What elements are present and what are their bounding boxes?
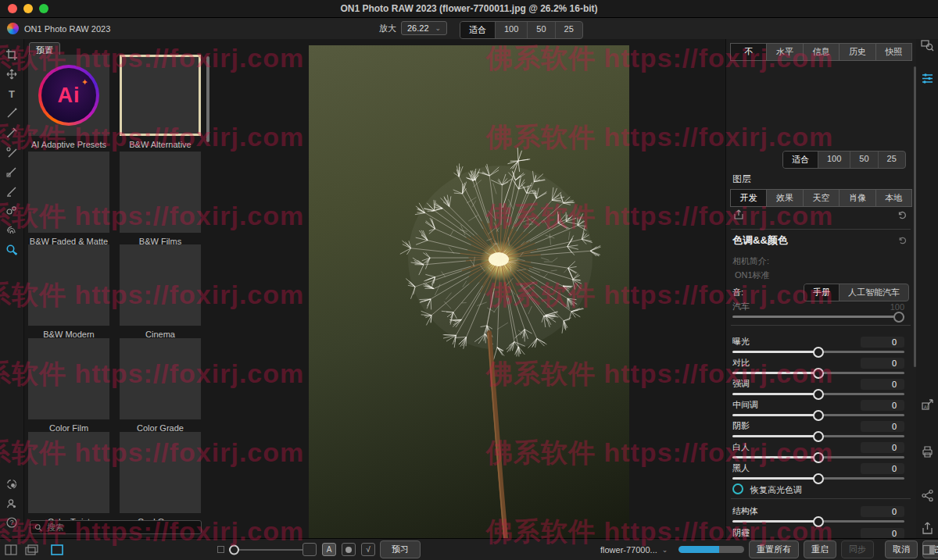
zoom-25-button[interactable]: 25 (555, 22, 582, 38)
manual-mode-button[interactable]: 手册 (804, 284, 839, 301)
recover-highlights-row[interactable]: 恢复高光色调 (732, 483, 802, 496)
compare-windows-icon[interactable] (25, 544, 38, 555)
move-tool-icon[interactable] (5, 68, 18, 80)
slider-knob[interactable] (813, 368, 824, 379)
current-filename[interactable]: flower-77000... (600, 545, 657, 555)
slider-knob[interactable] (813, 431, 824, 442)
slider-value[interactable]: 0 (861, 506, 904, 517)
reset-section-icon[interactable] (897, 235, 908, 245)
preset-tile-cinema[interactable]: Cinema (120, 244, 201, 339)
compare-toggle-icon[interactable] (217, 546, 224, 553)
tab-local[interactable]: 本地 (875, 189, 912, 207)
auto-slider[interactable]: 汽车 100 (732, 301, 904, 322)
zoom-50-button[interactable]: 50 (527, 22, 554, 38)
slider-knob[interactable] (813, 389, 824, 400)
reset-pane-icon[interactable] (897, 209, 908, 220)
slider-knob[interactable] (813, 347, 824, 358)
auto-view-icon[interactable]: A (322, 543, 336, 556)
tab-none[interactable]: 不 (730, 43, 767, 61)
slider-exposure[interactable]: 曝光0 (732, 336, 904, 357)
tab-develop[interactable]: 开发 (730, 189, 767, 207)
slider-value[interactable]: 0 (861, 358, 904, 369)
slider-highlights[interactable]: 强调0 (732, 378, 904, 399)
layers-label[interactable]: 图层 (732, 173, 751, 186)
search-input[interactable] (45, 522, 197, 533)
zoom-100-button[interactable]: 100 (495, 22, 527, 38)
slider-contrast[interactable]: 对比0 (732, 357, 904, 378)
slider-value[interactable]: 0 (861, 442, 904, 453)
slider-haze[interactable]: 阴霾0 (732, 527, 904, 539)
recover-highlights-radio-icon[interactable] (732, 483, 743, 494)
chevron-down-icon[interactable]: ⌄ (662, 546, 668, 554)
preset-tile-color-twist[interactable]: Color Twist (28, 432, 109, 526)
thumbnail-size-slider[interactable] (231, 549, 303, 551)
tab-snapshots[interactable]: 快照 (875, 43, 912, 61)
slider-value[interactable]: 0 (861, 337, 904, 348)
tab-info[interactable]: 信息 (803, 43, 840, 61)
canvas-area[interactable] (211, 39, 725, 539)
preset-tile-bw-alternative[interactable]: B&W Alternative (120, 55, 201, 149)
account-icon[interactable] (5, 498, 18, 510)
presets-scrollbar[interactable] (206, 56, 209, 142)
slider-knob[interactable] (229, 544, 239, 555)
slider-value[interactable]: 0 (861, 421, 904, 432)
edit-brush-tool-icon[interactable] (5, 107, 18, 119)
slider-knob[interactable] (893, 312, 904, 323)
reset-all-button[interactable]: 重置所有 (749, 540, 799, 558)
slider-shadows[interactable]: 阴影0 (732, 420, 904, 441)
text-tool-icon[interactable]: T (5, 87, 18, 100)
browse-panes-icon[interactable] (5, 544, 17, 555)
view-zoom-tool-icon[interactable] (5, 244, 18, 256)
detail-view-icon[interactable] (51, 544, 63, 555)
slider-knob[interactable] (813, 410, 824, 421)
slider-structure[interactable]: 结构体0 (732, 505, 904, 526)
preset-tile-cool-ocean[interactable]: Cool Ocean (120, 432, 201, 526)
settings-icon[interactable] (5, 478, 18, 490)
edit-sliders-icon[interactable] (921, 72, 934, 85)
preset-tile-ai-adaptive[interactable]: Ai ✦ AI Adaptive Presets (28, 55, 109, 149)
refine-brush-tool-icon[interactable] (5, 185, 18, 198)
navigator-icon[interactable] (921, 39, 934, 52)
help-icon[interactable]: ? (5, 516, 18, 529)
crop-tool-icon[interactable] (5, 48, 18, 61)
ai-resize-icon[interactable]: AI (921, 398, 934, 412)
applied-view-icon[interactable]: √ (361, 543, 375, 556)
preset-search[interactable] (30, 520, 202, 534)
clone-stamp-tool-icon[interactable] (5, 205, 18, 217)
panel-zoom-50-button[interactable]: 50 (850, 152, 877, 168)
slider-midtones[interactable]: 中间调0 (732, 399, 904, 420)
blur-finger-tool-icon[interactable] (5, 224, 18, 237)
panel-zoom-25-button[interactable]: 25 (878, 152, 905, 168)
export-icon[interactable] (921, 522, 934, 535)
tab-effects[interactable]: 效果 (766, 189, 803, 207)
preset-tile-bw-films[interactable]: B&W Films (120, 152, 201, 246)
tone-color-section-title[interactable]: 色调&&颜色 (732, 234, 788, 248)
cancel-button[interactable]: 取消 (885, 540, 918, 558)
slider-value[interactable]: 0 (861, 379, 904, 390)
zoom-level-dropdown[interactable]: 26.22⌄ (401, 21, 447, 35)
slider-value[interactable]: 0 (861, 400, 904, 411)
ai-auto-mode-button[interactable]: 人工智能汽车 (839, 284, 908, 301)
preset-tile-bw-faded-matte[interactable]: B&W Faded & Matte (28, 152, 109, 246)
preset-tile-color-grade[interactable]: Color Grade (120, 338, 201, 433)
photo-dandelion[interactable] (309, 45, 629, 539)
panel-fit-button[interactable]: 适合 (783, 152, 818, 168)
slider-knob[interactable] (813, 516, 824, 527)
slider-knob[interactable] (813, 473, 824, 484)
original-view-icon[interactable] (303, 543, 317, 556)
portrait-brush-tool-icon[interactable] (5, 146, 18, 159)
fit-button[interactable]: 适合 (460, 22, 495, 38)
masking-brush-tool-icon[interactable] (5, 166, 18, 178)
tab-portrait[interactable]: 肖像 (839, 189, 875, 207)
slider-blacks[interactable]: 黑人0 (732, 462, 904, 483)
export-settings-icon[interactable] (733, 209, 744, 220)
preset-tile-bw-modern[interactable]: B&W Modern (28, 244, 109, 339)
mask-view-icon[interactable] (342, 543, 356, 556)
slider-knob[interactable] (813, 452, 824, 463)
panel-zoom-100-button[interactable]: 100 (818, 152, 850, 168)
print-icon[interactable] (921, 445, 934, 458)
tab-levels[interactable]: 水平 (766, 43, 803, 61)
panel-toggle-icon[interactable] (922, 544, 935, 555)
tab-sky[interactable]: 天空 (803, 189, 840, 207)
eraser-brush-tool-icon[interactable] (5, 127, 18, 139)
